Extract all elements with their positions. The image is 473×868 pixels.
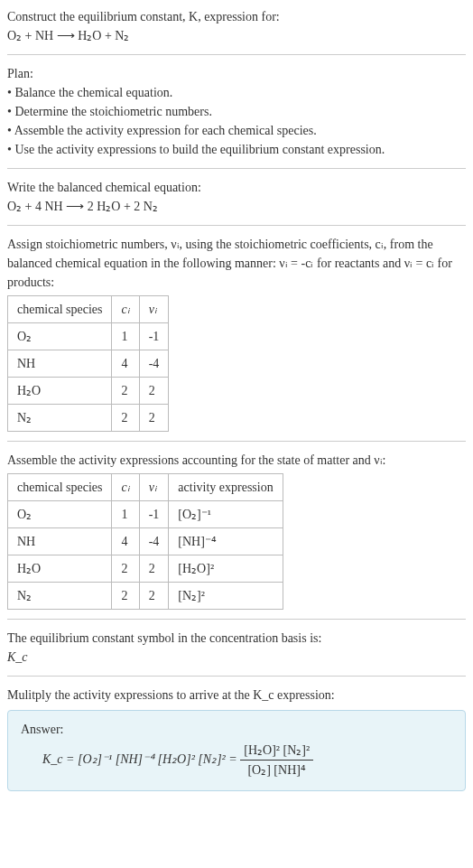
cell: [NH]⁻⁴ [169,528,283,555]
col-header: νᵢ [139,296,169,323]
col-header: νᵢ [139,474,169,501]
intro-text: Construct the equilibrium constant, K, e… [7,7,466,26]
cell: 2 [112,405,139,432]
activity-table: chemical species cᵢ νᵢ activity expressi… [7,473,283,610]
intro-block: Construct the equilibrium constant, K, e… [7,7,466,45]
cell: [N₂]² [169,583,283,610]
cell: 2 [139,405,169,432]
intro-line1: Construct the equilibrium constant, K, e… [7,10,280,23]
activity-block: Assemble the activity expressions accoun… [7,451,466,610]
stoich-block: Assign stoichiometric numbers, νᵢ, using… [7,235,466,432]
plan-heading: Plan: [7,64,466,83]
col-header: chemical species [8,474,112,501]
multiply-text: Mulitply the activity expressions to arr… [7,686,466,705]
activity-text: Assemble the activity expressions accoun… [7,451,466,470]
cell: 2 [112,378,139,405]
col-header: cᵢ [112,474,139,501]
table-row: O₂1-1 [8,323,169,350]
answer-fraction: [H₂O]² [N₂]² [O₂] [NH]⁴ [240,741,313,779]
balanced-heading: Write the balanced chemical equation: [7,178,466,197]
table-row: O₂1-1[O₂]⁻¹ [8,501,283,528]
table-row: H₂O22[H₂O]² [8,555,283,583]
cell: N₂ [8,583,112,610]
divider [7,54,466,55]
divider [7,441,466,442]
divider [7,225,466,226]
cell: [H₂O]² [169,555,283,583]
plan-item: • Use the activity expressions to build … [7,140,466,159]
cell: 1 [112,501,139,528]
cell: 2 [139,583,169,610]
balanced-block: Write the balanced chemical equation: O₂… [7,178,466,216]
cell: NH [8,528,112,555]
table-row: H₂O22 [8,378,169,405]
divider [7,619,466,620]
cell: 2 [139,555,169,583]
cell: 4 [112,528,139,555]
cell: -4 [139,350,169,378]
table-row: N₂22 [8,405,169,432]
cell: O₂ [8,323,112,350]
col-header: cᵢ [112,296,139,323]
plan-item: • Balance the chemical equation. [7,83,466,102]
divider [7,168,466,169]
cell: H₂O [8,378,112,405]
table-row: N₂22[N₂]² [8,583,283,610]
symbol-text: The equilibrium constant symbol in the c… [7,629,466,648]
balanced-equation: O₂ + 4 NH ⟶ 2 H₂O + 2 N₂ [7,197,466,216]
cell: 1 [112,323,139,350]
fraction-numerator: [H₂O]² [N₂]² [240,741,313,761]
cell: N₂ [8,405,112,432]
answer-lhs: K_c = [O₂]⁻¹ [NH]⁻⁴ [H₂O]² [N₂]² = [42,752,240,766]
cell: 2 [112,555,139,583]
divider [7,676,466,677]
cell: 2 [139,378,169,405]
cell: 2 [112,583,139,610]
cell: -1 [139,501,169,528]
cell: O₂ [8,501,112,528]
intro-equation: O₂ + NH ⟶ H₂O + N₂ [7,26,466,45]
col-header: chemical species [8,296,112,323]
plan-item: • Determine the stoichiometric numbers. [7,102,466,121]
stoich-table: chemical species cᵢ νᵢ O₂1-1 NH4-4 H₂O22… [7,295,169,432]
cell: 4 [112,350,139,378]
cell: NH [8,350,112,378]
answer-equation: K_c = [O₂]⁻¹ [NH]⁻⁴ [H₂O]² [N₂]² = [H₂O]… [21,741,452,779]
table-header-row: chemical species cᵢ νᵢ [8,296,169,323]
fraction-denominator: [O₂] [NH]⁴ [240,761,313,779]
answer-label: Answer: [21,720,452,739]
symbol-block: The equilibrium constant symbol in the c… [7,629,466,667]
table-row: NH4-4 [8,350,169,378]
cell: H₂O [8,555,112,583]
cell: -4 [139,528,169,555]
plan-item: • Assemble the activity expression for e… [7,121,466,140]
col-header: activity expression [169,474,283,501]
multiply-block: Mulitply the activity expressions to arr… [7,686,466,791]
symbol-value: K_c [7,648,466,667]
table-row: NH4-4[NH]⁻⁴ [8,528,283,555]
plan-block: Plan: • Balance the chemical equation. •… [7,64,466,159]
table-header-row: chemical species cᵢ νᵢ activity expressi… [8,474,283,501]
cell: [O₂]⁻¹ [169,501,283,528]
cell: -1 [139,323,169,350]
stoich-text: Assign stoichiometric numbers, νᵢ, using… [7,235,466,292]
answer-box: Answer: K_c = [O₂]⁻¹ [NH]⁻⁴ [H₂O]² [N₂]²… [7,710,466,791]
